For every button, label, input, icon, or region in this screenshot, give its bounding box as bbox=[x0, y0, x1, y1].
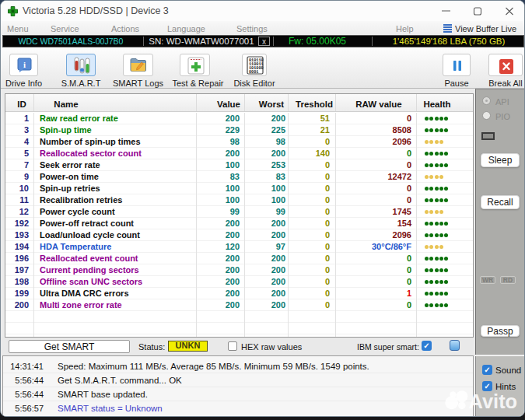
svg-text:0001: 0001 bbox=[249, 70, 258, 75]
svg-text:i: i bbox=[23, 60, 26, 69]
svg-text:Avito: Avito bbox=[469, 390, 518, 412]
